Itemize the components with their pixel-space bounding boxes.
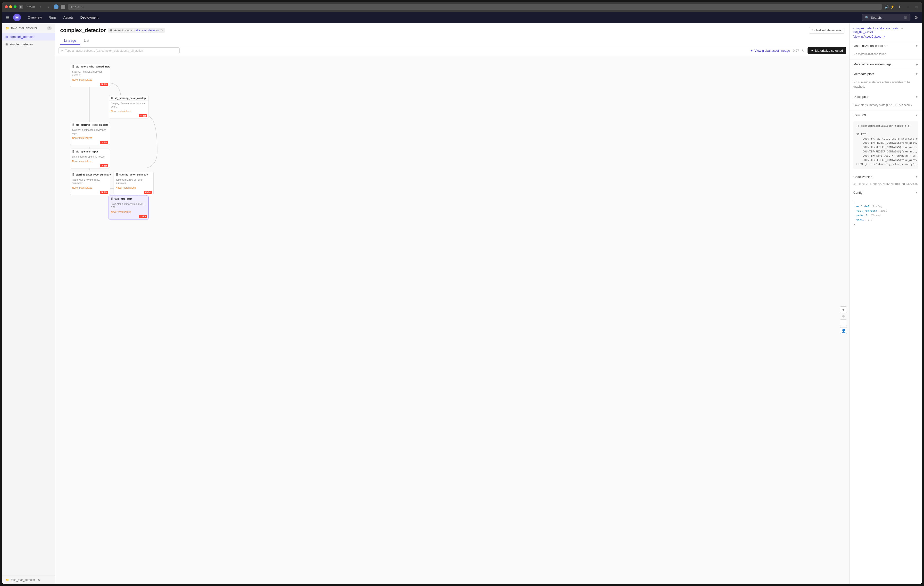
view-catalog-link[interactable]: View in Asset Catalog ↗ bbox=[853, 35, 918, 38]
section-title-mat-last-run: Materialization in last run bbox=[853, 44, 888, 48]
dag-node-starring-overlap[interactable]: 🗄 stg_starring_actor_overlap Staging: Su… bbox=[109, 95, 149, 118]
nav-assets[interactable]: Assets bbox=[60, 14, 76, 21]
filter-icon: ✳ bbox=[61, 49, 64, 53]
lineage-search-input[interactable]: ✳ Type an asset subset... (ex: complex_d… bbox=[58, 47, 180, 54]
sidebar-header: 📁 fake_star_detector 2 bbox=[2, 23, 55, 33]
tab-lineage[interactable]: Lineage bbox=[60, 36, 80, 45]
share-button[interactable]: ⬆ bbox=[897, 4, 903, 10]
tab-list[interactable]: List bbox=[80, 36, 93, 45]
chevron-mat-tags: ▶ bbox=[916, 63, 918, 66]
section-content-sql: {{ config(materialized='table') }} SELEC… bbox=[850, 120, 922, 172]
asset-group-icon: ⊞ bbox=[110, 29, 112, 32]
node-label-actors: stg_actors_who_starred_repo bbox=[76, 65, 111, 68]
refresh-icon[interactable]: ↻ bbox=[38, 578, 40, 582]
no-metadata-text: No numeric metadata entries available to… bbox=[853, 81, 911, 88]
sidebar-item-complex-detector[interactable]: ⊞ complex_detector bbox=[2, 33, 55, 41]
right-panel: complex_detector / fake_star_stats → run… bbox=[849, 23, 922, 584]
dag-node-repo-clusters[interactable]: 🗄 stg_starring__repo_clusters Staging: s… bbox=[70, 122, 110, 145]
refresh-timer-icon[interactable]: ↻ bbox=[802, 49, 805, 53]
minimize-button[interactable] bbox=[9, 5, 12, 8]
asset-group-badge[interactable]: ⊞ Asset Group in fake_star_detector ↻ bbox=[108, 28, 165, 33]
section-header-mat-last-run[interactable]: Materialization in last run ▼ bbox=[850, 41, 922, 50]
back-button[interactable]: ‹ bbox=[37, 4, 43, 10]
node-label-fake-stats: fake_star_stats bbox=[114, 198, 132, 200]
materialize-selected-button[interactable]: ✦ Materialize selected bbox=[807, 47, 846, 54]
config-open-brace: { bbox=[853, 200, 918, 204]
address-bar[interactable]: 127.0.0.1 bbox=[68, 4, 882, 10]
sidebar-item-simpler-detector[interactable]: ⊟ simpler_detector bbox=[2, 41, 55, 48]
dbt-badge-repo-summary: ✕ dbt bbox=[100, 191, 109, 194]
section-header-description[interactable]: Description ▼ bbox=[850, 92, 922, 101]
section-header-code-version[interactable]: Code Version ▼ bbox=[850, 172, 922, 182]
section-code-version: Code Version ▼ a163cfd8e3d7b0ac227876b78… bbox=[850, 172, 922, 188]
node-desc-actor-summary: Table with 1 row per user, summariz... bbox=[114, 177, 153, 186]
config-key-refresh: full_refresh? bbox=[856, 209, 877, 212]
sidebar: 📁 fake_star_detector 2 ⊞ complex_detecto… bbox=[2, 23, 55, 584]
node-desc-repo-summary: Table with 1 row per repo, summarizi... bbox=[70, 177, 110, 186]
security-icon: ℹ bbox=[54, 4, 58, 9]
nav-links: Overview Runs Assets Deployment bbox=[25, 14, 101, 21]
view-global-lineage-button[interactable]: ✦ View global asset lineage bbox=[750, 49, 790, 53]
section-title-metadata: Metadata plots bbox=[853, 72, 874, 76]
dag-node-spammy-repos[interactable]: 🗄 stg_spammy_repos dbt model stg_spammy_… bbox=[70, 149, 110, 169]
dbt-badge-fake-stats: ✕ dbt bbox=[139, 215, 147, 218]
section-header-mat-tags[interactable]: Materialization system tags ▶ bbox=[850, 60, 922, 69]
section-materialization-tags: Materialization system tags ▶ bbox=[850, 60, 922, 69]
lineage-area: 🗄 stg_actors_who_starred_repo Staging: P… bbox=[55, 56, 849, 584]
sidebar-group-title: 📁 fake_star_detector bbox=[5, 26, 37, 30]
asset-path-link[interactable]: complex_detector / fake_star_stats bbox=[853, 27, 899, 30]
main-layout: 📁 fake_star_detector 2 ⊞ complex_detecto… bbox=[2, 23, 922, 584]
node-label-clusters: stg_starring__repo_clusters bbox=[76, 124, 109, 126]
db-icon-7: 🗄 bbox=[111, 198, 113, 200]
close-button[interactable] bbox=[5, 5, 8, 8]
folder-icon: 📁 bbox=[5, 26, 9, 30]
tabs-button[interactable]: ⊞ bbox=[913, 4, 919, 10]
node-desc-fake-stats: Fake star summary stats (FAKE STA... bbox=[109, 202, 148, 210]
browser-ext-icons: 🔊 ⚡ bbox=[885, 5, 894, 9]
scroll-indicator bbox=[842, 315, 845, 318]
node-desc-actors: Staging: Pull ALL activity for users w..… bbox=[70, 69, 110, 78]
section-description: Description ▼ Fake star summary stats (F… bbox=[850, 92, 922, 111]
config-colon-1: : bbox=[869, 205, 872, 208]
fit-view-button[interactable]: 👤 bbox=[840, 327, 847, 334]
db-icon-5: 🗄 bbox=[72, 173, 74, 176]
node-status-clusters: Never materialized bbox=[72, 137, 92, 139]
section-content-metadata: No numeric metadata entries available to… bbox=[850, 79, 922, 92]
nav-deployment[interactable]: Deployment bbox=[78, 14, 101, 21]
nav-search[interactable]: 🔍 Search... / bbox=[862, 14, 911, 21]
section-header-config[interactable]: Config ▼ bbox=[850, 188, 922, 197]
browser-icon: ⊟ bbox=[19, 5, 23, 9]
section-content-mat-last-run: No materializations found bbox=[850, 50, 922, 59]
config-full-refresh: full_refresh?: Bool bbox=[856, 209, 918, 214]
section-header-sql[interactable]: Raw SQL ▼ bbox=[850, 111, 922, 120]
config-key-select: select? bbox=[856, 214, 868, 217]
search-placeholder: Search... bbox=[871, 16, 883, 20]
fullscreen-button[interactable] bbox=[13, 5, 16, 8]
reload-definitions-button[interactable]: ↻ Reload definitions bbox=[809, 27, 845, 34]
config-type-exclude: String bbox=[872, 205, 882, 208]
section-metadata-plots: Metadata plots ▼ No numeric metadata ent… bbox=[850, 69, 922, 92]
hamburger-menu[interactable]: ☰ bbox=[6, 15, 9, 20]
zoom-in-button[interactable]: + bbox=[840, 306, 847, 313]
run-id[interactable]: run_dbt_da47d bbox=[853, 30, 873, 33]
config-select: select?: String bbox=[856, 214, 918, 218]
private-label: Private bbox=[26, 5, 35, 8]
config-colon-4: : bbox=[864, 219, 868, 222]
dag-node-actor-summary[interactable]: 🗄 starring_actor_summary Table with 1 ro… bbox=[114, 172, 153, 195]
settings-icon[interactable]: ⚙ bbox=[914, 15, 918, 20]
sidebar-footer-label: fake_star_detector bbox=[11, 578, 35, 582]
section-title-description: Description bbox=[853, 95, 869, 99]
nav-runs[interactable]: Runs bbox=[46, 14, 59, 21]
new-tab-button[interactable]: + bbox=[905, 4, 911, 10]
nav-overview[interactable]: Overview bbox=[25, 14, 45, 21]
dag-node-actor-repo-summary[interactable]: 🗄 starring_actor_repo_summary Table with… bbox=[70, 172, 110, 195]
dag-node-fake-star-stats[interactable]: 🗄 fake_star_stats Fake star summary stat… bbox=[109, 196, 149, 219]
materialize-icon: ✦ bbox=[811, 49, 813, 53]
forward-button[interactable]: › bbox=[45, 4, 51, 10]
config-type-refresh: Bool bbox=[880, 209, 887, 212]
db-icon-2: 🗄 bbox=[111, 97, 113, 99]
dag-node-stg-actors[interactable]: 🗄 stg_actors_who_starred_repo Staging: P… bbox=[70, 64, 110, 87]
section-header-metadata[interactable]: Metadata plots ▼ bbox=[850, 69, 922, 79]
app-container: ☰ Overview Runs Assets Deployment 🔍 Sear… bbox=[2, 12, 922, 584]
zoom-out-button[interactable]: − bbox=[840, 319, 847, 326]
